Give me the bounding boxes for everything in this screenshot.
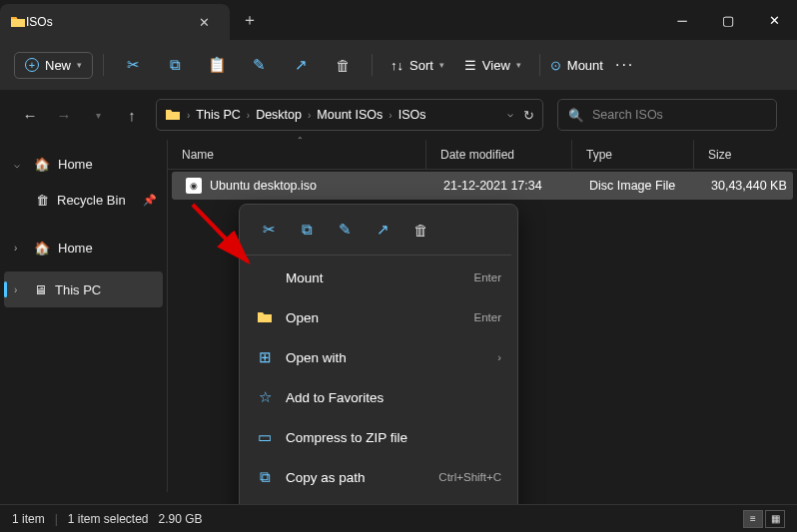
context-icon-row: ✂ ⧉ ✎ ↗ 🗑 bbox=[246, 211, 511, 253]
view-mode-icons: ≡ ▦ bbox=[743, 510, 785, 528]
up-button[interactable]: ↑ bbox=[122, 107, 142, 124]
open-with-icon: ⊞ bbox=[256, 348, 274, 366]
new-tab-button[interactable]: ＋ bbox=[230, 10, 270, 31]
col-name[interactable]: ⌃Name bbox=[168, 140, 425, 169]
rename-icon[interactable]: ✎ bbox=[328, 215, 362, 245]
folder-icon bbox=[165, 107, 181, 123]
chevron-down-icon: ▾ bbox=[516, 60, 521, 70]
more-button[interactable]: ··· bbox=[607, 51, 642, 79]
sort-asc-icon: ⌃ bbox=[297, 136, 304, 145]
chevron-down-icon: ▾ bbox=[439, 60, 444, 70]
separator bbox=[103, 54, 104, 76]
sort-icon: ↑↓ bbox=[391, 58, 403, 73]
copy-icon[interactable]: ⧉ bbox=[156, 48, 194, 82]
ctx-openwith[interactable]: ⊞ Open with › bbox=[246, 337, 511, 377]
back-button[interactable]: ← bbox=[20, 107, 40, 124]
window-controls: ─ ▢ ✕ bbox=[659, 0, 797, 40]
copy-icon[interactable]: ⧉ bbox=[290, 215, 324, 245]
separator bbox=[539, 54, 540, 76]
home-icon: 🏠 bbox=[34, 241, 50, 256]
nav-pane: ⌵ 🏠 Home 🗑 Recycle Bin 📌 › 🏠 Home › 🖥 Th… bbox=[0, 140, 168, 492]
status-bar: 1 item | 1 item selected 2.90 GB ≡ ▦ bbox=[0, 504, 797, 532]
file-row[interactable]: ◉ Ubuntu desktop.iso 21-12-2021 17:34 Di… bbox=[172, 172, 793, 200]
nav-label: Recycle Bin bbox=[57, 193, 126, 208]
plus-icon: + bbox=[25, 58, 39, 72]
chevron-right-icon: › bbox=[247, 110, 250, 121]
folder-icon bbox=[10, 14, 26, 30]
mount-button[interactable]: ⊙ Mount bbox=[550, 58, 603, 73]
thumbnails-view-icon[interactable]: ▦ bbox=[765, 510, 785, 528]
shortcut: Ctrl+Shift+C bbox=[438, 471, 501, 483]
minimize-button[interactable]: ─ bbox=[659, 0, 705, 40]
nav-label: Home bbox=[58, 241, 93, 256]
nav-item-home2[interactable]: › 🏠 Home bbox=[0, 230, 167, 266]
ctx-label: Mount bbox=[286, 270, 324, 285]
breadcrumb-item[interactable]: Desktop bbox=[256, 108, 302, 122]
search-icon: 🔍 bbox=[568, 108, 584, 123]
breadcrumb-item[interactable]: This PC bbox=[196, 108, 240, 122]
cut-icon[interactable]: ✂ bbox=[252, 215, 286, 245]
recycle-icon: 🗑 bbox=[36, 193, 49, 208]
file-name: Ubuntu desktop.iso bbox=[210, 179, 317, 193]
breadcrumb[interactable]: › This PC › Desktop › Mount ISOs › ISOs … bbox=[156, 99, 543, 131]
nav-item-thispc[interactable]: › 🖥 This PC bbox=[4, 271, 163, 307]
tab-active[interactable]: ISOs ✕ bbox=[0, 4, 230, 40]
delete-icon[interactable]: 🗑 bbox=[403, 215, 437, 245]
ctx-zip[interactable]: ▭ Compress to ZIP file bbox=[246, 417, 511, 457]
breadcrumb-item[interactable]: ISOs bbox=[398, 108, 426, 122]
chevron-down-icon: ⌵ bbox=[14, 159, 26, 170]
nav-item-home[interactable]: ⌵ 🏠 Home bbox=[0, 146, 167, 182]
col-date-label: Date modified bbox=[440, 148, 514, 162]
share-icon[interactable]: ↗ bbox=[366, 215, 399, 245]
folder-open-icon bbox=[256, 308, 274, 326]
toolbar: + New ▾ ✂ ⧉ 📋 ✎ ↗ 🗑 ↑↓ Sort ▾ ☰ View ▾ ⊙… bbox=[0, 40, 797, 90]
blank-icon bbox=[256, 268, 274, 286]
column-headers: ⌃Name Date modified Type Size bbox=[168, 140, 797, 170]
separator bbox=[372, 54, 373, 76]
breadcrumb-item[interactable]: Mount ISOs bbox=[317, 108, 383, 122]
status-count: 1 item bbox=[12, 512, 45, 526]
ctx-copypath[interactable]: ⧉ Copy as path Ctrl+Shift+C bbox=[246, 457, 511, 497]
col-date[interactable]: Date modified bbox=[425, 140, 571, 169]
chevron-right-icon: › bbox=[497, 351, 501, 363]
share-icon[interactable]: ↗ bbox=[282, 48, 320, 82]
refresh-icon[interactable]: ↻ bbox=[523, 108, 534, 123]
ctx-favorites[interactable]: ☆ Add to Favorites bbox=[246, 377, 511, 417]
col-type-label: Type bbox=[586, 148, 612, 162]
delete-icon[interactable]: 🗑 bbox=[324, 48, 362, 82]
copy-path-icon: ⧉ bbox=[256, 468, 274, 486]
context-menu: ✂ ⧉ ✎ ↗ 🗑 Mount Enter Open Enter ⊞ Open … bbox=[239, 204, 518, 532]
details-view-icon[interactable]: ≡ bbox=[743, 510, 763, 528]
ctx-label: Open bbox=[286, 310, 319, 325]
star-icon: ☆ bbox=[256, 388, 274, 406]
pin-icon[interactable]: 📌 bbox=[143, 194, 157, 207]
sort-label: Sort bbox=[409, 58, 433, 73]
nav-item-recycle[interactable]: 🗑 Recycle Bin 📌 bbox=[0, 182, 167, 218]
chevron-right-icon: › bbox=[389, 110, 392, 121]
ctx-mount[interactable]: Mount Enter bbox=[246, 258, 511, 297]
title-bar: ISOs ✕ ＋ ─ ▢ ✕ bbox=[0, 0, 797, 40]
ctx-open[interactable]: Open Enter bbox=[246, 297, 511, 337]
sort-button[interactable]: ↑↓ Sort ▾ bbox=[383, 53, 452, 78]
cut-icon[interactable]: ✂ bbox=[114, 48, 152, 82]
close-tab-icon[interactable]: ✕ bbox=[193, 13, 216, 32]
view-button[interactable]: ☰ View ▾ bbox=[456, 53, 529, 78]
nav-row: ← → ▾ ↑ › This PC › Desktop › Mount ISOs… bbox=[0, 90, 797, 140]
home-icon: 🏠 bbox=[34, 157, 50, 172]
chevron-down-icon: ▾ bbox=[77, 60, 82, 70]
col-type[interactable]: Type bbox=[571, 140, 693, 169]
forward-button[interactable]: → bbox=[54, 107, 74, 124]
search-box[interactable]: 🔍 Search ISOs bbox=[557, 99, 777, 131]
view-label: View bbox=[482, 58, 510, 73]
col-size[interactable]: Size bbox=[693, 140, 783, 169]
paste-icon[interactable]: 📋 bbox=[198, 48, 236, 82]
pc-icon: 🖥 bbox=[34, 282, 47, 297]
rename-icon[interactable]: ✎ bbox=[240, 48, 278, 82]
maximize-button[interactable]: ▢ bbox=[705, 0, 751, 40]
breadcrumb-dropdown-icon[interactable]: ⌵ bbox=[507, 108, 513, 123]
file-type: Disc Image File bbox=[575, 179, 697, 193]
new-button[interactable]: + New ▾ bbox=[14, 52, 93, 79]
recent-dropdown[interactable]: ▾ bbox=[88, 110, 108, 121]
col-size-label: Size bbox=[708, 148, 731, 162]
close-button[interactable]: ✕ bbox=[751, 0, 797, 40]
